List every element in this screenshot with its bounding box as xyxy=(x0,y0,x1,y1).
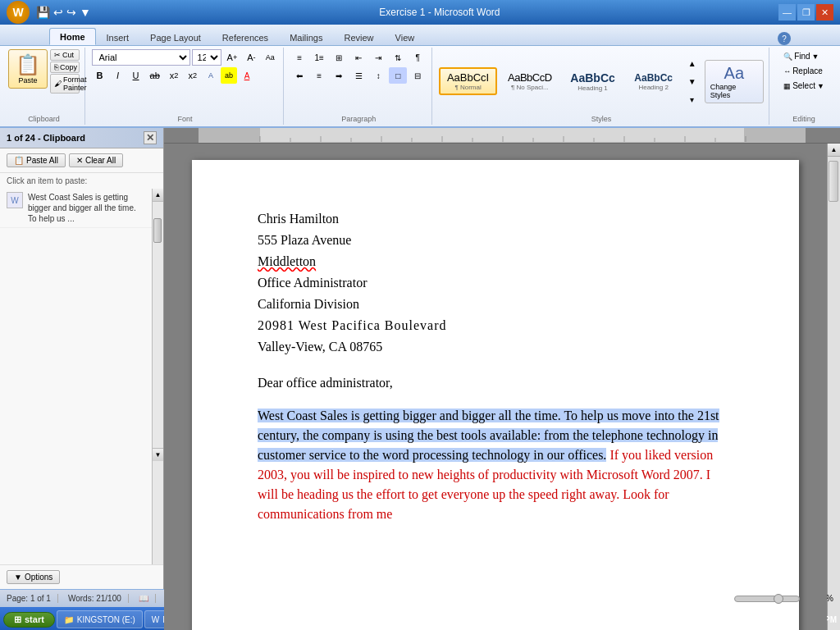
start-button[interactable]: ⊞ start xyxy=(3,612,55,628)
style-nospace-preview: AaBbCcD xyxy=(508,71,552,84)
styles-group-label: Styles xyxy=(439,115,764,123)
clipboard-item[interactable]: W West Coast Sales is getting bigger and… xyxy=(0,189,152,228)
line-spacing-button[interactable]: ↕ xyxy=(369,67,387,84)
find-icon: 🔍 xyxy=(783,52,792,61)
tab-home[interactable]: Home xyxy=(49,28,96,45)
panel-scrollbar[interactable]: ▲ ▼ xyxy=(152,189,163,564)
multilevel-button[interactable]: ⊞ xyxy=(330,49,348,66)
find-button[interactable]: 🔍 Find ▼ xyxy=(779,49,823,63)
text-effects-button[interactable]: A xyxy=(203,67,219,84)
justify-button[interactable]: ☰ xyxy=(349,67,368,84)
scroll-track xyxy=(828,157,840,630)
style-nospace-button[interactable]: AaBbCcD ¶ No Spaci... xyxy=(500,67,559,95)
paste-all-icon: 📋 xyxy=(14,156,24,165)
font-grow-button[interactable]: A+ xyxy=(223,49,242,66)
subscript-button[interactable]: x2 xyxy=(166,67,183,84)
superscript-button[interactable]: x2 xyxy=(184,67,201,84)
vertical-scrollbar[interactable]: ▲ ▼ xyxy=(827,144,840,630)
tab-view[interactable]: View xyxy=(385,29,426,45)
styles-more[interactable]: ▾ xyxy=(686,91,699,107)
underline-button[interactable]: U xyxy=(128,67,144,84)
cut-button[interactable]: ✂ Cut xyxy=(50,49,80,61)
clipboard-panel-footer: ▼ Options xyxy=(0,564,163,589)
style-h1-label: Heading 1 xyxy=(578,84,607,92)
zoom-thumb xyxy=(774,594,783,604)
bold-button[interactable]: B xyxy=(92,67,108,84)
help-icon[interactable]: ? xyxy=(778,32,791,45)
office-button[interactable]: W xyxy=(7,1,30,24)
font-shrink-button[interactable]: A- xyxy=(243,49,259,66)
redo-icon[interactable]: ↪ xyxy=(66,6,76,19)
clipboard-panel: 1 of 24 - Clipboard ✕ 📋 Paste All ✕ Clea… xyxy=(0,128,164,589)
document-scroll-area[interactable]: Chris Hamilton 555 Plaza Avenue Middlett… xyxy=(164,144,827,630)
bullets-button[interactable]: ≡ xyxy=(290,49,308,66)
scroll-up-button[interactable]: ▲ xyxy=(828,144,840,157)
tab-insert[interactable]: Insert xyxy=(96,29,140,45)
styles-scroll-down[interactable]: ▼ xyxy=(686,73,699,89)
style-normal-button[interactable]: AaBbCcI ¶ Normal xyxy=(439,67,497,95)
show-formatting-button[interactable]: ¶ xyxy=(409,49,427,66)
page-status: Page: 1 of 1 xyxy=(7,594,58,603)
zoom-slider[interactable] xyxy=(734,596,800,602)
sort-button[interactable]: ⇅ xyxy=(389,49,407,66)
replace-label: Replace xyxy=(792,66,823,75)
save-icon[interactable]: 💾 xyxy=(36,6,50,19)
window-title: Exercise 1 - Microsoft Word xyxy=(101,7,778,18)
ribbon-group-paragraph: ≡ 1≡ ⊞ ⇤ ⇥ ⇅ ¶ ⬅ ≡ ➡ ☰ ↕ □ ⊟ Paragraph xyxy=(285,48,432,125)
restore-button[interactable]: ❐ xyxy=(797,4,815,21)
taskbar-item-explorer[interactable]: 📁 KINGSTON (E:) xyxy=(57,610,143,628)
document-page[interactable]: Chris Hamilton 555 Plaza Avenue Middlett… xyxy=(192,160,799,630)
undo-icon[interactable]: ↩ xyxy=(53,6,63,19)
minimize-button[interactable]: — xyxy=(778,4,796,21)
format-painter-button[interactable]: 🖌 Format Painter xyxy=(50,74,80,94)
options-label: Options xyxy=(25,573,52,582)
numbering-button[interactable]: 1≡ xyxy=(310,49,328,66)
panel-scroll-thumb xyxy=(153,218,162,243)
align-left-button[interactable]: ⬅ xyxy=(290,67,308,84)
increase-indent-button[interactable]: ⇥ xyxy=(369,49,387,66)
clipboard-options-button[interactable]: ▼ Options xyxy=(7,570,60,584)
replace-button[interactable]: ↔ Replace xyxy=(779,64,827,78)
svg-rect-1 xyxy=(199,128,260,143)
italic-button[interactable]: I xyxy=(110,67,126,84)
paste-button[interactable]: 📋 Paste xyxy=(8,49,48,89)
border-button[interactable]: ⊟ xyxy=(409,67,427,84)
paste-label: Paste xyxy=(18,76,37,84)
close-button[interactable]: ✕ xyxy=(816,4,833,21)
paste-all-button[interactable]: 📋 Paste All xyxy=(7,153,66,167)
style-heading1-button[interactable]: AaBbCc Heading 1 xyxy=(562,67,623,96)
font-color-button[interactable]: A xyxy=(239,67,255,84)
align-right-button[interactable]: ➡ xyxy=(330,67,348,84)
ruler-svg xyxy=(199,128,806,143)
style-heading2-button[interactable]: AaBbCc Heading 2 xyxy=(626,68,682,95)
options-icon: ▼ xyxy=(14,573,22,582)
tab-references[interactable]: References xyxy=(212,29,279,45)
start-icon: ⊞ xyxy=(14,614,21,625)
shading-button[interactable]: □ xyxy=(389,67,407,84)
panel-scroll-down[interactable]: ▼ xyxy=(153,448,163,461)
customize-icon[interactable]: ▼ xyxy=(80,6,91,19)
font-size-selector[interactable]: 12 xyxy=(192,49,221,66)
font-name-selector[interactable]: Arial xyxy=(92,49,190,66)
tab-mailings[interactable]: Mailings xyxy=(279,29,333,45)
highlight-button[interactable]: ab xyxy=(221,67,237,84)
clear-format-button[interactable]: Aa xyxy=(262,49,279,66)
style-normal-label: ¶ Normal xyxy=(454,84,481,91)
select-button[interactable]: ▦ Select ▼ xyxy=(779,79,829,93)
clear-all-button[interactable]: ✕ Clear All xyxy=(69,153,123,167)
decrease-indent-button[interactable]: ⇤ xyxy=(349,49,368,66)
tab-page-layout[interactable]: Page Layout xyxy=(139,29,212,45)
clipboard-panel-close[interactable]: ✕ xyxy=(144,131,157,144)
spelling-icon-status: 📖 xyxy=(139,594,156,603)
tab-review[interactable]: Review xyxy=(333,29,384,45)
align-center-button[interactable]: ≡ xyxy=(310,67,328,84)
ruler xyxy=(199,128,806,143)
copy-button[interactable]: ⎘ Copy xyxy=(50,62,80,73)
change-styles-label: Change Styles xyxy=(710,83,758,99)
panel-scroll-up[interactable]: ▲ xyxy=(153,189,163,202)
styles-scroll-up[interactable]: ▲ xyxy=(686,55,699,71)
strikethrough-button[interactable]: ab xyxy=(146,67,164,84)
svg-rect-0 xyxy=(199,128,806,143)
change-styles-button[interactable]: Aa Change Styles xyxy=(705,60,764,103)
scroll-thumb[interactable] xyxy=(829,161,838,202)
